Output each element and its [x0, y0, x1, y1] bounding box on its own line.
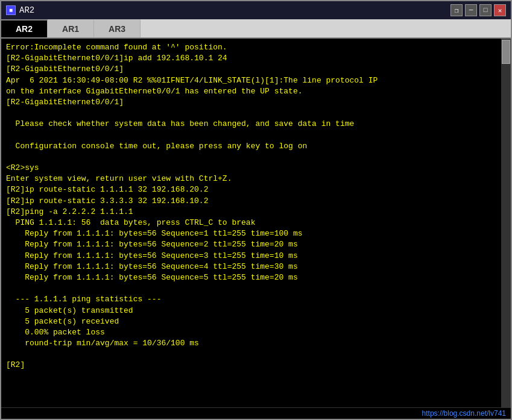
scrollbar[interactable] — [501, 39, 511, 407]
main-window: ■ AR2 ❐ ─ □ ✕ AR2 AR1 AR3 Error:Incomple… — [0, 0, 512, 420]
terminal-output[interactable]: Error:Incomplete command found at '^' po… — [1, 39, 501, 407]
scrollbar-thumb[interactable] — [502, 40, 510, 64]
tab-ar1[interactable]: AR1 — [48, 19, 94, 37]
title-bar-left: ■ AR2 — [6, 5, 34, 15]
status-bar: https://blog.csdn.net/lv741 — [1, 407, 511, 419]
app-icon: ■ — [6, 5, 16, 15]
status-url: https://blog.csdn.net/lv741 — [422, 409, 506, 418]
close-button[interactable]: ✕ — [494, 4, 506, 16]
minimize-button[interactable]: ─ — [465, 4, 477, 16]
title-controls: ❐ ─ □ ✕ — [450, 4, 506, 16]
tab-ar3[interactable]: AR3 — [94, 19, 141, 37]
window-title: AR2 — [19, 5, 34, 15]
tab-bar: AR2 AR1 AR3 — [1, 19, 511, 39]
maximize-button[interactable]: □ — [479, 4, 491, 16]
title-bar: ■ AR2 ❐ ─ □ ✕ — [1, 1, 511, 19]
tab-ar2[interactable]: AR2 — [1, 19, 48, 37]
terminal-container: Error:Incomplete command found at '^' po… — [1, 39, 511, 407]
restore-button[interactable]: ❐ — [450, 4, 463, 16]
